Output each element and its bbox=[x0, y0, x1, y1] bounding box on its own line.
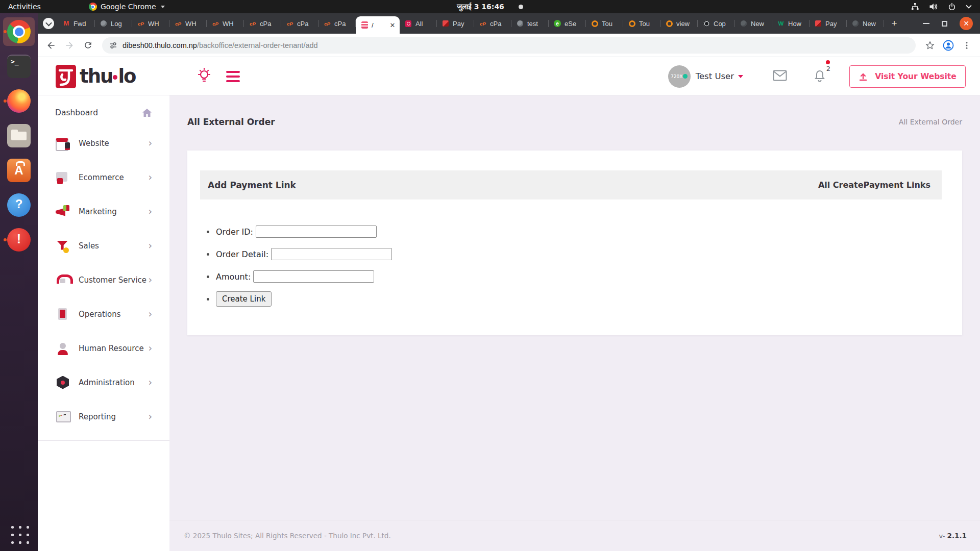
forward-button[interactable] bbox=[61, 37, 78, 54]
sidebar-item-label: Customer Service bbox=[79, 276, 148, 285]
orange-ring-favicon-icon bbox=[591, 19, 599, 28]
power-icon[interactable] bbox=[948, 3, 956, 11]
browser-tab[interactable]: cPa ✕ bbox=[318, 13, 356, 34]
browser-tab[interactable]: New ✕ bbox=[847, 13, 884, 34]
chevron-right-icon: › bbox=[148, 378, 152, 387]
browser-tab[interactable]: Cop ✕ bbox=[698, 13, 735, 34]
order-id-input[interactable] bbox=[256, 226, 377, 238]
url-text: dibesh00.thulo.com.np/backoffice/externa… bbox=[122, 41, 318, 49]
browser-tab[interactable]: All ✕ bbox=[400, 13, 437, 34]
dock-item-ubuntu-software[interactable] bbox=[3, 156, 35, 185]
payment-favicon-icon bbox=[814, 19, 822, 28]
upload-icon bbox=[859, 72, 868, 81]
maximize-button[interactable] bbox=[942, 21, 947, 27]
tab-search-button[interactable] bbox=[43, 18, 54, 29]
copyright-text: © 2025 Thulo Sites; All Rights Reserved … bbox=[184, 532, 391, 540]
page-footer: © 2025 Thulo Sites; All Rights Reserved … bbox=[169, 520, 980, 551]
browser-tab[interactable]: New ✕ bbox=[735, 13, 772, 34]
user-menu-chevron-icon[interactable] bbox=[738, 75, 743, 78]
theme-lightbulb-button[interactable] bbox=[197, 67, 212, 86]
all-create-payment-links-link[interactable]: All CreatePayment Links bbox=[818, 180, 930, 190]
dock-item-show-apps[interactable] bbox=[3, 519, 35, 548]
sidebar-item-marketing[interactable]: Marketing › bbox=[55, 194, 152, 229]
notifications-button[interactable]: 2 bbox=[814, 68, 826, 85]
volume-icon[interactable] bbox=[929, 3, 938, 11]
dock-item-terminal[interactable] bbox=[3, 52, 35, 81]
browser-tab[interactable]: Log ✕ bbox=[95, 13, 132, 34]
sidebar: Dashboard Website › Ecommerce › Marketin… bbox=[38, 95, 169, 551]
reload-button[interactable] bbox=[80, 37, 96, 54]
dock-item-files[interactable] bbox=[3, 121, 35, 150]
sidebar-item-administration[interactable]: Administration › bbox=[55, 365, 152, 399]
gmail-favicon-icon bbox=[62, 19, 70, 28]
menu-toggle-button[interactable] bbox=[226, 71, 240, 82]
browser-menu-button[interactable] bbox=[959, 37, 975, 54]
avatar-badge-icon bbox=[683, 74, 688, 79]
tab-title: / bbox=[372, 21, 385, 29]
sidebar-items: Website › Ecommerce › Marketing › Sales … bbox=[55, 126, 152, 434]
browser-tab[interactable]: Pay ✕ bbox=[437, 13, 474, 34]
bookmark-star-button[interactable] bbox=[922, 37, 938, 54]
close-tab-icon[interactable]: ✕ bbox=[388, 21, 397, 29]
orange-ring-favicon-icon bbox=[628, 19, 636, 28]
activities-button[interactable]: Activities bbox=[0, 0, 49, 13]
browser-tab[interactable]: How ✕ bbox=[772, 13, 810, 34]
chevron-right-icon: › bbox=[148, 241, 152, 251]
dock-item-update-error[interactable] bbox=[3, 226, 35, 254]
clock[interactable]: जुलाई 3 16:46 bbox=[457, 3, 504, 11]
browser-tab[interactable]: WH ✕ bbox=[207, 13, 244, 34]
breadcrumb[interactable]: All External Order bbox=[899, 118, 962, 126]
network-icon[interactable] bbox=[911, 3, 919, 11]
sidebar-item-reporting[interactable]: Reporting › bbox=[55, 399, 152, 434]
browser-tab[interactable]: Tou ✕ bbox=[586, 13, 623, 34]
tab-title: WH bbox=[185, 20, 204, 28]
browser-tab[interactable]: eSe ✕ bbox=[549, 13, 586, 34]
minimize-button[interactable] bbox=[923, 23, 929, 24]
sidebar-item-ecommerce[interactable]: Ecommerce › bbox=[55, 160, 152, 194]
dock bbox=[0, 13, 38, 551]
new-tab-button[interactable]: + bbox=[887, 16, 901, 31]
amount-input[interactable] bbox=[253, 270, 374, 283]
create-link-button[interactable]: Create Link bbox=[216, 291, 272, 307]
chrome-icon bbox=[89, 3, 97, 11]
browser-tab[interactable]: Fwd ✕ bbox=[58, 13, 95, 34]
tab-title: All bbox=[415, 20, 434, 28]
site-info-icon[interactable] bbox=[109, 41, 117, 49]
dock-item-help[interactable] bbox=[3, 191, 35, 219]
order-detail-input[interactable] bbox=[271, 248, 392, 260]
dock-item-chrome[interactable] bbox=[3, 17, 35, 46]
dock-item-firefox[interactable] bbox=[3, 87, 35, 115]
sidebar-item-customer-service[interactable]: Customer Service › bbox=[55, 263, 152, 297]
browser-tab[interactable]: / ✕ bbox=[356, 16, 400, 34]
profile-button[interactable] bbox=[940, 37, 957, 54]
copilot-favicon-icon bbox=[702, 19, 710, 28]
cpanel-favicon-icon bbox=[323, 19, 331, 28]
browser-tab[interactable]: view ✕ bbox=[660, 13, 698, 34]
sidebar-item-dashboard[interactable]: Dashboard bbox=[55, 99, 152, 126]
thulo-wordmark: thulo bbox=[80, 65, 135, 87]
sidebar-item-website[interactable]: Website › bbox=[55, 126, 152, 160]
browser-tab[interactable]: cPa ✕ bbox=[474, 13, 511, 34]
tab-title: view bbox=[676, 20, 695, 28]
messages-button[interactable] bbox=[773, 70, 787, 83]
focused-app-menu[interactable]: Google Chrome bbox=[89, 3, 165, 11]
user-avatar[interactable]: 720X bbox=[668, 65, 691, 88]
back-button[interactable] bbox=[43, 37, 59, 54]
visit-your-website-button[interactable]: Visit Your Website bbox=[849, 65, 966, 88]
browser-tab[interactable]: cPa ✕ bbox=[281, 13, 318, 34]
browser-tab[interactable]: Pay ✕ bbox=[810, 13, 847, 34]
user-name[interactable]: Test User bbox=[696, 71, 734, 81]
sidebar-item-operations[interactable]: Operations › bbox=[55, 297, 152, 331]
thulo-logo[interactable]: thulo bbox=[55, 64, 135, 89]
chevron-down-icon[interactable] bbox=[966, 5, 972, 9]
sidebar-item-human-resource[interactable]: Human Resource › bbox=[55, 331, 152, 365]
address-bar[interactable]: dibesh00.thulo.com.np/backoffice/externa… bbox=[102, 37, 916, 54]
browser-tab[interactable]: Tou ✕ bbox=[623, 13, 660, 34]
tab-title: test bbox=[527, 20, 546, 28]
browser-tab[interactable]: cPa ✕ bbox=[244, 13, 281, 34]
browser-tab[interactable]: WH ✕ bbox=[169, 13, 207, 34]
browser-tab[interactable]: test ✕ bbox=[511, 13, 549, 34]
sidebar-item-sales[interactable]: Sales › bbox=[55, 229, 152, 263]
close-window-button[interactable]: ✕ bbox=[960, 17, 973, 30]
browser-tab[interactable]: WH ✕ bbox=[132, 13, 169, 34]
